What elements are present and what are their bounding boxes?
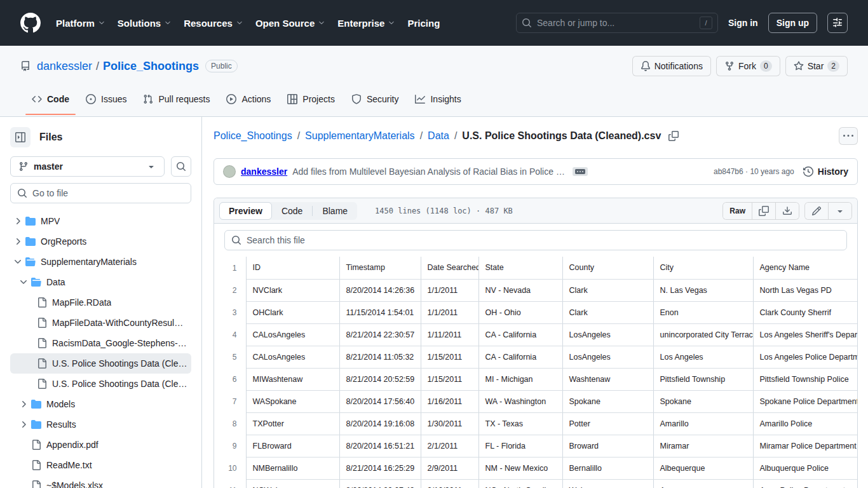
csv-cell: 1/15/2011 bbox=[421, 368, 478, 390]
folder-icon bbox=[31, 399, 41, 409]
line-number[interactable]: 3 bbox=[214, 301, 246, 323]
line-number[interactable]: 10 bbox=[214, 457, 246, 479]
tab-code[interactable]: Code bbox=[25, 84, 76, 114]
notifications-button[interactable]: Notifications bbox=[632, 56, 711, 76]
tree-item-u-s-police-shootings-data-cle[interactable]: U.S. Police Shootings Data (Cle… bbox=[10, 353, 191, 374]
nav-menu-enterprise[interactable]: Enterprise bbox=[337, 18, 395, 29]
csv-cell: CA - California bbox=[478, 346, 562, 368]
appearance-settings-button[interactable] bbox=[827, 13, 848, 33]
line-number[interactable]: 11 bbox=[214, 479, 246, 488]
tree-item-label: MapFile.RData bbox=[52, 297, 111, 308]
tree-item-results[interactable]: Results bbox=[10, 414, 191, 435]
repo-owner-link[interactable]: dankessler bbox=[37, 60, 92, 73]
chevron-down-icon[interactable] bbox=[18, 277, 29, 287]
global-search-input[interactable] bbox=[537, 18, 695, 28]
tab-security[interactable]: Security bbox=[345, 84, 405, 114]
csv-cell: WASpokane bbox=[246, 390, 339, 412]
tree-item-u-s-police-shootings-data-cle[interactable]: U.S. Police Shootings Data (Cle… bbox=[10, 374, 191, 394]
nav-menu-resources[interactable]: Resources bbox=[184, 18, 243, 29]
csv-cell: 1/16/2011 bbox=[421, 390, 478, 412]
commit-author-link[interactable]: dankessler bbox=[241, 166, 287, 177]
pull-request-icon bbox=[143, 94, 153, 104]
avatar[interactable] bbox=[223, 165, 236, 178]
csv-header-cell: Agency Name bbox=[753, 257, 857, 279]
line-number[interactable]: 1 bbox=[214, 257, 246, 279]
github-logo-icon[interactable] bbox=[20, 13, 41, 33]
tab-insights[interactable]: Insights bbox=[409, 84, 467, 114]
edit-file-button[interactable] bbox=[805, 203, 829, 219]
chevron-right-icon[interactable] bbox=[13, 216, 23, 226]
line-number[interactable]: 2 bbox=[214, 279, 246, 301]
line-number[interactable]: 6 bbox=[214, 368, 246, 390]
commit-sha-time[interactable]: ab847b6 · 10 years ago bbox=[714, 167, 794, 176]
line-number[interactable]: 8 bbox=[214, 412, 246, 435]
line-number[interactable]: 9 bbox=[214, 435, 246, 457]
main-pane: Police_Shootings / SupplementaryMaterial… bbox=[202, 117, 868, 488]
go-to-file-input[interactable] bbox=[32, 188, 184, 198]
nav-menu-solutions[interactable]: Solutions bbox=[118, 18, 172, 29]
line-number[interactable]: 5 bbox=[214, 346, 246, 368]
csv-cell: WA - Washington bbox=[478, 390, 562, 412]
view-tab-preview[interactable]: Preview bbox=[219, 202, 272, 220]
tree-item-supplementarymaterials[interactable]: SupplementaryMaterials bbox=[10, 252, 191, 272]
chevron-down-icon[interactable] bbox=[13, 257, 23, 267]
nav-menu-pricing[interactable]: Pricing bbox=[407, 18, 440, 29]
tree-item-mapfile-rdata[interactable]: MapFile.RData bbox=[10, 292, 191, 313]
line-number[interactable]: 7 bbox=[214, 390, 246, 412]
more-options-button[interactable] bbox=[839, 127, 858, 145]
line-number[interactable]: 4 bbox=[214, 323, 246, 346]
fork-button[interactable]: Fork0 bbox=[716, 56, 780, 76]
copy-raw-button[interactable] bbox=[752, 203, 776, 219]
tree-item-mapfiledata-withcountyresul[interactable]: MapFileData-WithCountyResul… bbox=[10, 313, 191, 333]
tab-actions[interactable]: Actions bbox=[220, 84, 277, 114]
pencil-icon bbox=[811, 206, 822, 216]
nav-menu-platform[interactable]: Platform bbox=[56, 18, 105, 29]
csv-cell: 1/15/2011 bbox=[421, 346, 478, 368]
star-button[interactable]: Star2 bbox=[785, 56, 848, 76]
commit-message[interactable]: Add files from Multilevel Bayesian Analy… bbox=[292, 166, 565, 177]
nav-menu-label: Resources bbox=[184, 18, 233, 29]
chevron-right-icon[interactable] bbox=[18, 419, 29, 430]
triangle-down-icon bbox=[835, 206, 845, 216]
repo-name-link[interactable]: Police_Shootings bbox=[103, 60, 199, 73]
raw-button[interactable]: Raw bbox=[723, 203, 752, 219]
download-raw-button[interactable] bbox=[776, 203, 799, 219]
breadcrumb-subfolder-link[interactable]: Data bbox=[428, 130, 449, 142]
tab-issues[interactable]: Issues bbox=[79, 84, 133, 114]
search-tree-button[interactable] bbox=[171, 156, 191, 177]
breadcrumb-folder-link[interactable]: SupplementaryMaterials bbox=[305, 130, 415, 142]
collapse-sidebar-button[interactable] bbox=[10, 127, 31, 147]
tab-pull-requests[interactable]: Pull requests bbox=[137, 84, 216, 114]
breadcrumb-repo-link[interactable]: Police_Shootings bbox=[214, 130, 292, 142]
csv-cell: CA - California bbox=[478, 323, 562, 346]
bell-icon bbox=[641, 61, 651, 71]
tree-item-orgreports[interactable]: OrgReports bbox=[10, 231, 191, 252]
tree-item-racismdata-google-stephens[interactable]: RacismData_Google-Stephens-… bbox=[10, 333, 191, 353]
tree-item-mpv[interactable]: MPV bbox=[10, 211, 191, 231]
edit-dropdown-button[interactable] bbox=[829, 203, 851, 219]
tab-projects[interactable]: Projects bbox=[281, 84, 341, 114]
nav-menu-open-source[interactable]: Open Source bbox=[255, 18, 325, 29]
copy-path-button[interactable] bbox=[667, 130, 680, 142]
file-search-field[interactable] bbox=[224, 230, 847, 250]
tree-item-appendix-pdf[interactable]: Appendix.pdf bbox=[10, 435, 191, 455]
latest-commit-bar: dankessler Add files from Multilevel Bay… bbox=[214, 158, 858, 185]
file-search-input[interactable] bbox=[247, 235, 840, 245]
tree-item-readme-txt[interactable]: ReadMe.txt bbox=[10, 455, 191, 475]
tree-item-data[interactable]: Data bbox=[10, 272, 191, 292]
history-link[interactable]: History bbox=[803, 166, 848, 177]
sign-in-link[interactable]: Sign in bbox=[728, 18, 758, 28]
csv-cell: TXPotter bbox=[246, 412, 339, 435]
commit-message-expander[interactable] bbox=[573, 167, 588, 176]
tree-item-models[interactable]: Models bbox=[10, 394, 191, 414]
view-tab-code[interactable]: Code bbox=[272, 202, 312, 220]
chevron-right-icon[interactable] bbox=[13, 236, 23, 247]
view-tab-blame[interactable]: Blame bbox=[313, 202, 357, 220]
branch-selector[interactable]: master bbox=[10, 156, 165, 177]
table-row: 11NCWake8/20/2014 20:07:432/12/2011NC - … bbox=[214, 479, 857, 488]
global-search[interactable]: / bbox=[516, 13, 718, 33]
tree-item-models-xlsx[interactable]: ~$Models.xlsx bbox=[10, 475, 191, 488]
chevron-right-icon[interactable] bbox=[18, 399, 29, 409]
sign-up-button[interactable]: Sign up bbox=[768, 13, 817, 33]
go-to-file-field[interactable] bbox=[10, 183, 191, 203]
